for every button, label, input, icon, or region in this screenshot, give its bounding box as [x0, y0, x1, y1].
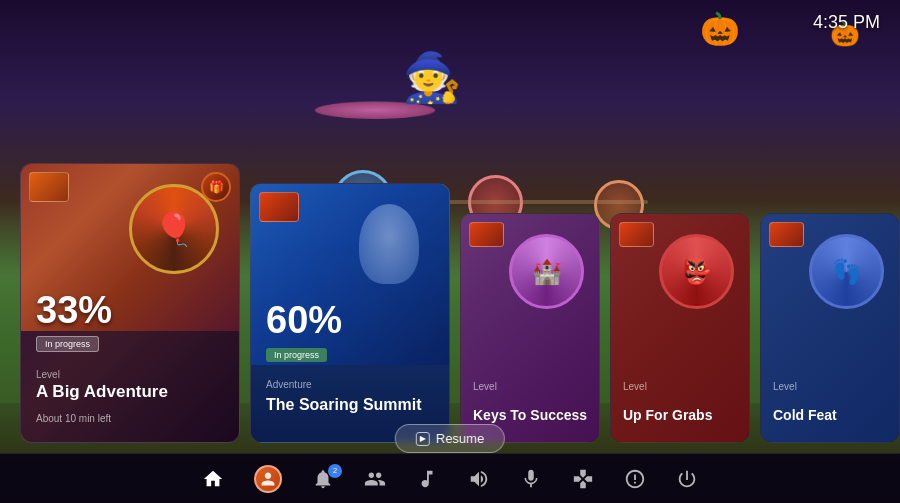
card-second-thumbnail: [259, 192, 299, 222]
profile-avatar[interactable]: [254, 465, 282, 493]
card-cold-icon: 👣: [809, 234, 884, 309]
clock: 4:35 PM: [813, 12, 880, 33]
card-keys-sublabel: Level: [473, 381, 497, 392]
power-icon[interactable]: [676, 468, 698, 490]
card-cold-thumbnail: [769, 222, 804, 247]
card-cold-title: Cold Feat: [773, 406, 891, 424]
card-main-subtitle: About 10 min left: [36, 413, 111, 424]
resume-button[interactable]: ▶ Resume: [395, 424, 505, 453]
card-keys-title: Keys To Success: [473, 406, 591, 424]
card-second-percent: 60%: [266, 299, 342, 342]
taskbar: 2: [0, 453, 900, 503]
card-grabs-thumbnail: [619, 222, 654, 247]
avatar-image: [254, 465, 282, 493]
mic-icon[interactable]: [520, 468, 542, 490]
cards-area: 🎈 🎁 33% In progress Level A Big Adventur…: [20, 163, 880, 443]
card-grabs[interactable]: 👺 Level Up For Grabs: [610, 213, 750, 443]
card-second-sublabel: Adventure: [266, 379, 312, 390]
card-keys-thumbnail: [469, 222, 504, 247]
notification-badge: 2: [328, 464, 342, 478]
card-second-badge: In progress: [266, 348, 327, 362]
card-main-sublabel: Level: [36, 369, 60, 380]
resume-icon: ▶: [416, 432, 430, 446]
card-grabs-icon: 👺: [659, 234, 734, 309]
card-grabs-title: Up For Grabs: [623, 406, 741, 424]
card-main-badge: In progress: [36, 336, 99, 352]
card-cold-sublabel: Level: [773, 381, 797, 392]
volume-icon[interactable]: [468, 468, 490, 490]
card-second-title: The Soaring Summit: [266, 396, 439, 414]
card-main-title: A Big Adventure: [36, 382, 229, 402]
card-main-percent: 33%: [36, 289, 112, 332]
balloon-icon: 🎈: [154, 210, 194, 248]
card-keys-icon: 🏰: [509, 234, 584, 309]
ghost-body: [359, 204, 419, 284]
controller-icon[interactable]: [572, 468, 594, 490]
ghost-figure: [349, 204, 429, 324]
music-icon[interactable]: [416, 468, 438, 490]
pumpkin-decoration: 🎃: [700, 10, 740, 48]
notifications-icon[interactable]: 2: [312, 468, 334, 490]
badge-icon: 🎁: [201, 172, 231, 202]
card-main-thumbnail: [29, 172, 69, 202]
resume-label: Resume: [436, 431, 484, 446]
home-icon[interactable]: [202, 468, 224, 490]
card-main[interactable]: 🎈 🎁 33% In progress Level A Big Adventur…: [20, 163, 240, 443]
card-grabs-sublabel: Level: [623, 381, 647, 392]
card-cold[interactable]: 👣 Level Cold Feat: [760, 213, 900, 443]
trophies-icon[interactable]: [624, 468, 646, 490]
card-second[interactable]: 60% In progress Adventure The Soaring Su…: [250, 183, 450, 443]
card-keys[interactable]: 🏰 Level Keys To Success: [460, 213, 600, 443]
game-character: 🧙: [402, 50, 462, 106]
friends-icon[interactable]: [364, 468, 386, 490]
